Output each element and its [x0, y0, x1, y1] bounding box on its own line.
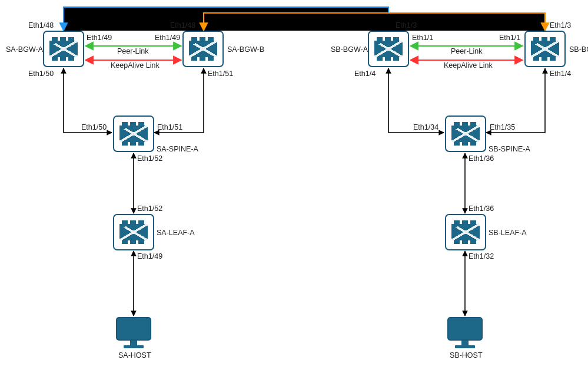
port-sa-spine-left: Eth1/50	[81, 123, 107, 131]
label-sa-peer-link: Peer-Link	[117, 47, 149, 55]
port-sa-leaf-bot: Eth1/49	[137, 252, 162, 260]
port-sb-leaf-bot: Eth1/32	[469, 252, 494, 260]
label-sa-keepalive: KeepAlive Link	[111, 61, 160, 70]
port-sa-bgw-b-bot: Eth1/51	[208, 70, 233, 78]
port-sb-bgw-b-top: Eth1/3	[550, 21, 571, 29]
label-sb-bgw-a: SB-BGW-A	[331, 45, 368, 54]
port-sb-spine-right: Eth1/35	[490, 123, 515, 131]
port-sb-spine-left: Eth1/34	[413, 123, 438, 131]
port-sa-leaf-top: Eth1/52	[137, 204, 162, 213]
port-sa-spine-bot: Eth1/52	[137, 154, 162, 163]
label-sb-peer-link: Peer-Link	[451, 47, 483, 55]
node-sa-spine-a	[113, 115, 154, 152]
port-sa-bgw-a-bot: Eth1/50	[28, 70, 54, 78]
port-sa-bgw-a-top: Eth1/48	[28, 21, 54, 29]
diagram-canvas: SA-BGW-A SA-BGW-B SB-BGW-A SB-BGW-B SA-S…	[0, 0, 588, 373]
node-sb-spine-a	[445, 115, 486, 152]
label-sb-host: SB-HOST	[450, 351, 483, 359]
port-sa-bgw-a-right: Eth1/49	[87, 34, 112, 42]
node-sb-leaf-a	[445, 214, 486, 250]
connections-svg	[0, 0, 588, 373]
node-sb-bgw-b	[524, 31, 566, 67]
node-sa-bgw-b	[182, 31, 224, 67]
label-sa-leaf-a: SA-LEAF-A	[157, 229, 195, 237]
port-sb-bgw-b-bot: Eth1/4	[550, 70, 571, 78]
port-sb-spine-bot: Eth1/36	[469, 154, 494, 163]
label-sb-bgw-b: SB-BGW-B	[569, 45, 588, 54]
port-sb-bgw-a-bot: Eth1/4	[354, 70, 376, 78]
port-sb-bgw-a-right: Eth1/1	[412, 34, 433, 42]
node-sb-host	[446, 317, 484, 350]
port-sa-spine-right: Eth1/51	[157, 123, 182, 131]
label-sb-leaf-a: SB-LEAF-A	[489, 229, 527, 237]
label-sa-spine-a: SA-SPINE-A	[157, 145, 198, 153]
node-sa-host	[115, 317, 152, 350]
label-sb-spine-a: SB-SPINE-A	[489, 145, 530, 153]
label-sb-keepalive: KeepAlive Link	[444, 61, 493, 70]
port-sb-leaf-top: Eth1/36	[469, 204, 494, 213]
label-sa-bgw-a: SA-BGW-A	[6, 45, 43, 54]
label-sa-bgw-b: SA-BGW-B	[227, 45, 264, 54]
port-sa-bgw-b-top: Eth1/48	[170, 21, 195, 29]
port-sb-bgw-b-left: Eth1/1	[499, 34, 520, 42]
port-sa-bgw-b-left: Eth1/49	[155, 34, 180, 42]
node-sb-bgw-a	[368, 31, 409, 67]
label-sa-host: SA-HOST	[118, 351, 151, 359]
link-orange-sa-bgw-b-to-sb-bgw-b	[204, 13, 545, 31]
port-sb-bgw-a-top: Eth1/3	[396, 21, 417, 29]
node-sa-bgw-a	[43, 31, 84, 67]
node-sa-leaf-a	[113, 214, 154, 250]
